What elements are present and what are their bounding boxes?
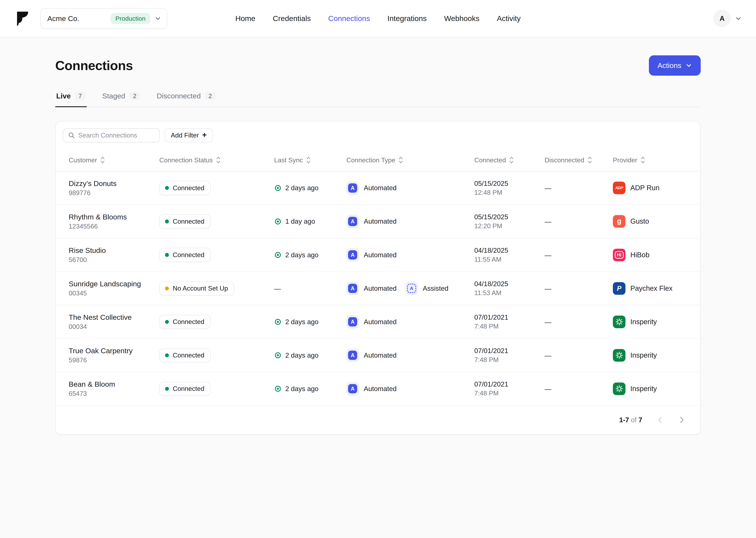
connection-type-cell: AAutomated <box>346 215 474 228</box>
connection-type-label: Automated <box>364 385 397 393</box>
provider-cell: Insperity <box>613 349 687 362</box>
connection-status-cell: Connected <box>159 181 274 195</box>
column-header-provider[interactable]: Provider <box>613 156 687 164</box>
tab-label: Live <box>56 92 71 100</box>
customer-id: 59876 <box>69 356 159 364</box>
page-title: Connections <box>55 58 133 73</box>
status-dot-icon <box>165 287 169 290</box>
provider-icon-insperity <box>613 349 626 362</box>
connection-type-cell: AAutomated <box>346 315 474 329</box>
provider-name: ADP Run <box>630 184 660 192</box>
column-header-last-sync[interactable]: Last Sync <box>274 156 347 164</box>
customer-cell: Rhythm & Blooms12345566 <box>69 213 159 230</box>
table-row[interactable]: Dizzy’s Donuts989776Connected2 days agoA… <box>56 172 700 205</box>
connection-status-cell: Connected <box>159 315 274 329</box>
connected-time: 11:55 AM <box>474 256 544 263</box>
provider-icon-adp: ADP <box>613 182 626 194</box>
tab-count-badge: 7 <box>74 91 86 100</box>
status-dot-icon <box>165 219 169 223</box>
nav-item-credentials[interactable]: Credentials <box>273 14 311 23</box>
automated-glyph: A <box>348 384 357 393</box>
last-sync: 2 days ago <box>274 184 347 192</box>
tab-live[interactable]: Live7 <box>55 91 87 107</box>
column-header-customer[interactable]: Customer <box>69 156 159 164</box>
connection-type-automated: AAutomated <box>346 215 397 228</box>
user-menu[interactable]: A <box>713 10 741 27</box>
customer-id: 65473 <box>69 390 159 397</box>
nav-item-connections[interactable]: Connections <box>328 14 370 23</box>
disconnected-value: — <box>544 352 551 359</box>
connected-date: 05/15/2025 <box>474 213 544 221</box>
customer-cell: Sunridge Landscaping00345 <box>69 280 159 297</box>
customer-name: Rise Studio <box>69 246 159 255</box>
org-name: Acme Co. <box>47 14 111 23</box>
customer-id: 56700 <box>69 256 159 264</box>
connected-cell: 04/18/202511:55 AM <box>474 246 544 263</box>
table-row[interactable]: The Nest Collective00034Connected2 days … <box>56 305 700 339</box>
status-badge: Connected <box>159 248 211 262</box>
customer-name: Dizzy’s Donuts <box>69 179 159 188</box>
connections-card: Add Filter + CustomerConnection StatusLa… <box>55 121 701 435</box>
connection-type-label: Automated <box>364 184 397 192</box>
status-dot-icon <box>165 353 169 357</box>
nav-item-webhooks[interactable]: Webhooks <box>444 14 480 23</box>
sort-icon <box>399 156 403 164</box>
connection-type-label: Automated <box>364 251 397 259</box>
table-row[interactable]: Rhythm & Blooms12345566Connected1 day ag… <box>56 205 700 238</box>
last-sync-cell: 2 days ago <box>274 184 347 192</box>
customer-cell: True Oak Carpentry59876 <box>69 347 159 364</box>
sort-icon <box>641 156 645 164</box>
connection-type-cell: AAutomated <box>346 181 474 195</box>
customer-cell: Dizzy’s Donuts989776 <box>69 179 159 197</box>
automated-glyph: A <box>348 317 357 326</box>
connection-type-automated: AAutomated <box>346 349 397 362</box>
connection-status-cell: Connected <box>159 348 274 362</box>
table-row[interactable]: Rise Studio56700Connected2 days agoAAuto… <box>56 238 700 272</box>
table-row[interactable]: Bean & Bloom65473Connected2 days agoAAut… <box>56 372 700 405</box>
status-label: Connected <box>173 218 205 225</box>
org-switcher[interactable]: Acme Co. Production <box>40 8 167 28</box>
automated-glyph: A <box>348 250 357 259</box>
customer-name: True Oak Carpentry <box>69 347 159 355</box>
status-label: Connected <box>173 318 205 326</box>
customer-id: 12345566 <box>69 223 159 230</box>
status-dot-icon <box>165 253 169 257</box>
disconnected-cell: — <box>544 217 613 226</box>
connection-status-cell: Connected <box>159 214 274 228</box>
customer-cell: Bean & Bloom65473 <box>69 380 159 397</box>
column-header-connection-status[interactable]: Connection Status <box>159 156 274 164</box>
table-row[interactable]: True Oak Carpentry59876Connected2 days a… <box>56 339 700 372</box>
provider-cell: Insperity <box>613 316 687 328</box>
actions-button[interactable]: Actions <box>649 55 701 76</box>
sync-status-icon <box>274 185 282 192</box>
automated-glyph: A <box>348 284 357 293</box>
search-input[interactable] <box>78 132 155 139</box>
customer-name: Sunridge Landscaping <box>69 280 159 288</box>
connected-cell: 07/01/20217:48 PM <box>474 347 544 363</box>
nav-item-activity[interactable]: Activity <box>497 14 521 23</box>
connected-date: 07/01/2021 <box>474 347 544 355</box>
tab-staged[interactable]: Staged2 <box>101 91 141 107</box>
insperity-glyph <box>615 385 623 393</box>
disconnected-cell: — <box>544 184 613 192</box>
chevron-right-icon <box>678 416 686 424</box>
provider-icon-paychex: P <box>613 282 626 295</box>
connected-cell: 05/15/202512:48 PM <box>474 180 544 196</box>
prev-page-button[interactable] <box>656 416 664 424</box>
provider-name: Insperity <box>630 351 657 359</box>
pagination-range: 1-7 <box>619 416 629 424</box>
next-page-button[interactable] <box>678 416 686 424</box>
column-header-disconnected[interactable]: Disconnected <box>544 156 613 164</box>
add-filter-button[interactable]: Add Filter + <box>165 128 213 142</box>
nav-item-integrations[interactable]: Integrations <box>388 14 427 23</box>
tab-disconnected[interactable]: Disconnected2 <box>156 91 217 107</box>
nav-item-home[interactable]: Home <box>235 14 255 23</box>
pagination-info: 1-7 of 7 <box>619 416 642 424</box>
connected-date: 04/18/2025 <box>474 246 544 254</box>
table-row[interactable]: Sunridge Landscaping00345No Account Set … <box>56 272 700 305</box>
column-header-connection-type[interactable]: Connection Type <box>346 156 474 164</box>
connection-type-automated: AAutomated <box>346 315 397 329</box>
connected-time: 12:20 PM <box>474 222 544 230</box>
column-header-connected[interactable]: Connected <box>474 156 544 164</box>
customer-cell: The Nest Collective00034 <box>69 313 159 331</box>
